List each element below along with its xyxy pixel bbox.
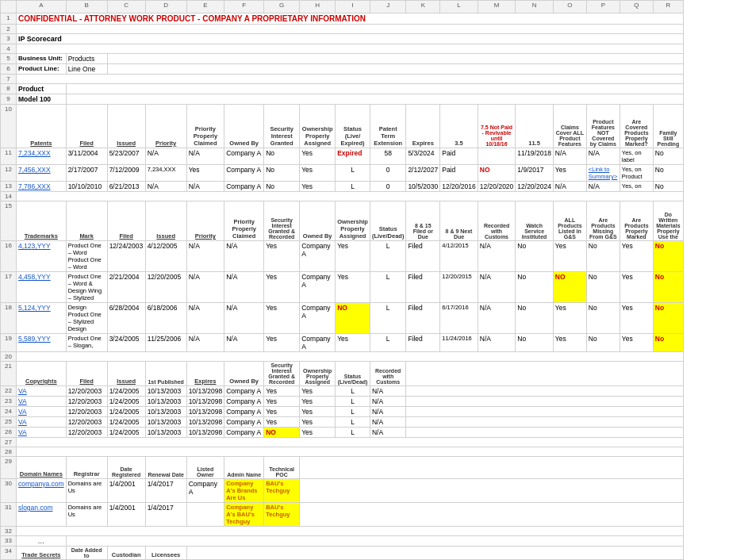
patent-claims-2: Yes — [553, 165, 586, 182]
tm-8-15-next-header: 8 & 9 Next Due — [440, 201, 478, 241]
domain-link-1[interactable]: companya.com — [17, 479, 67, 503]
tm-customs-1: N/A — [478, 241, 516, 272]
tm-customs-4: N/A — [478, 334, 516, 352]
cr-filed-1: 12/20/2003 — [66, 386, 107, 397]
cr-link-5[interactable]: VA — [17, 428, 67, 438]
tm-status-2: L — [370, 272, 405, 303]
dn-date-reg-header: Date Registered — [107, 457, 145, 479]
cr-link-4[interactable]: VA — [17, 417, 67, 428]
row-7: 7 — [1, 75, 684, 84]
row-1: 1 CONFIDENTIAL - ATTORNEY WORK PRODUCT -… — [1, 13, 684, 25]
cr-ownership-3: Yes — [300, 407, 336, 417]
patent-priority-1: N/A — [145, 148, 186, 165]
tm-link-3[interactable]: 5,124,YYY — [17, 303, 67, 334]
tm-properly-marked-2: Yes — [619, 272, 653, 303]
cr-published-2: 10/13/2003 — [145, 397, 186, 407]
tm-link-2[interactable]: 4,458,YYY — [17, 272, 67, 303]
tm-filed-3: 6/28/2004 — [107, 303, 145, 334]
col-f-header: F — [224, 1, 264, 13]
patent-link-2[interactable]: 7,456,XXX — [17, 165, 67, 182]
tm-ownership-4: Yes — [336, 334, 370, 352]
tm-8-15-filed-1: Filed — [406, 241, 440, 272]
cr-customs-4: N/A — [370, 417, 405, 428]
cr-security-header: Security Interest Granted & Recorded — [264, 362, 300, 386]
trade-secrets-col-header: Trade Secrets — [17, 547, 67, 560]
expires-header: Expires — [406, 105, 440, 148]
domains-col-header: Domain Names — [17, 457, 67, 479]
tm-mark-4: Product One – Slogan, — [66, 334, 107, 352]
features-not-covered-header: Product Features NOT Covered by Claims — [586, 105, 619, 148]
cr-status-3: L — [336, 407, 370, 417]
col-c-header: C — [107, 1, 145, 13]
row-24-copyright: 24 VA 12/20/2003 1/24/2005 10/13/2003 10… — [1, 407, 684, 417]
dn-tech-header: Technical POC — [264, 457, 300, 479]
col115-header: 11.5 — [516, 105, 554, 148]
patent-features-2[interactable]: <Link to Summary> — [586, 165, 619, 182]
tm-priority-header: Priority — [186, 201, 224, 241]
row-17-trademark: 17 4,458,YYY Product One – Word & Design… — [1, 272, 684, 303]
patent-col75-1 — [478, 148, 516, 165]
cr-published-header: 1st Published — [145, 362, 186, 386]
tm-mark-3: Design Product One – Stylized Design — [66, 303, 107, 334]
row-31-domain: 31 slogan.com Domains are Us 1/4/2001 1/… — [1, 503, 684, 527]
cr-published-1: 10/13/2003 — [145, 386, 186, 397]
claims-cover-all-header: Claims Cover ALL Product Features — [553, 105, 586, 148]
owned-by-header: Owned By — [224, 105, 264, 148]
cr-link-1[interactable]: VA — [17, 386, 67, 397]
tm-all-products-2: NO — [553, 272, 586, 303]
patent-owned-by-3: Company A — [224, 182, 264, 192]
patent-col75-3: 12/20/2020 — [478, 182, 516, 192]
row-9: 9 Model 100 — [1, 94, 684, 105]
cr-filed-5: 12/20/2003 — [66, 428, 107, 438]
tm-8-15-filed-2: Filed — [406, 272, 440, 303]
cr-expires-4: 10/13/2098 — [186, 417, 224, 428]
patent-issued-3: 6/21/2013 — [107, 182, 145, 192]
patent-security-2: No — [264, 165, 300, 182]
col-m-header: M — [478, 1, 516, 13]
ts-custodian-header: Custodian — [107, 547, 145, 560]
patent-claims-1: N/A — [553, 148, 586, 165]
patent-link-3[interactable]: 7,786,XXX — [17, 182, 67, 192]
patent-col35-1: Paid — [440, 148, 478, 165]
row-18-trademark: 18 5,124,YYY Design Product One – Styliz… — [1, 303, 684, 334]
patent-priority-claimed-2: Yes — [186, 165, 224, 182]
cr-link-3[interactable]: VA — [17, 407, 67, 417]
col-o-header: O — [553, 1, 586, 13]
domain-renewal-2: 1/4/2017 — [145, 503, 186, 527]
tm-security-2: Yes — [264, 272, 300, 303]
tm-link-1[interactable]: 4,123,YYY — [17, 241, 67, 272]
patent-marked-2: Yes, on Product — [619, 165, 653, 182]
security-interest-header: Security Interest Granted — [264, 105, 300, 148]
tm-watch-4: No — [516, 334, 554, 352]
row-10-patents-header: 10 Patents Filed Issued Priority Priorit… — [1, 105, 684, 148]
tm-8-15-filed-header: 8 & 15 Filed or Due — [406, 201, 440, 241]
col-h-header: H — [300, 1, 336, 13]
col-p-header: P — [586, 1, 619, 13]
cr-filed-3: 12/20/2003 — [66, 407, 107, 417]
col-j-header: J — [370, 1, 405, 13]
tm-ownership-3: NO — [336, 303, 370, 334]
row-32: 32 — [1, 527, 684, 536]
cr-filed-header: Filed — [66, 362, 107, 386]
row-34-trade-secrets-header: 34 Trade Secrets Date Added to Custodian… — [1, 547, 684, 560]
tm-filed-1: 12/24/2003 — [107, 241, 145, 272]
patent-link-1[interactable]: 7,234,XXX — [17, 148, 67, 165]
filed-col-header: Filed — [66, 105, 107, 148]
tm-filed-header: Filed — [107, 201, 145, 241]
patent-priority-claimed-1: N/A — [186, 148, 224, 165]
domain-link-2[interactable]: slogan.com — [17, 503, 67, 527]
tm-customs-2: N/A — [478, 272, 516, 303]
tm-customs-header: Recorded with Customs — [478, 201, 516, 241]
tm-missing-4: No — [586, 334, 619, 352]
cr-security-5: NO — [264, 428, 300, 438]
domain-renewal-1: 1/4/2017 — [145, 479, 186, 503]
tm-owned-by-2: Company A — [300, 272, 336, 303]
cr-security-4: Yes — [264, 417, 300, 428]
family-pending-header: Family Still Pending — [653, 105, 683, 148]
cr-link-2[interactable]: VA — [17, 397, 67, 407]
tm-written-4: No — [653, 334, 683, 352]
issued-col-header: Issued — [107, 105, 145, 148]
tm-link-4[interactable]: 5,589,YYY — [17, 334, 67, 352]
tm-status-1: L — [370, 241, 405, 272]
priority-claimed-header: Priority Properly Claimed — [186, 105, 224, 148]
